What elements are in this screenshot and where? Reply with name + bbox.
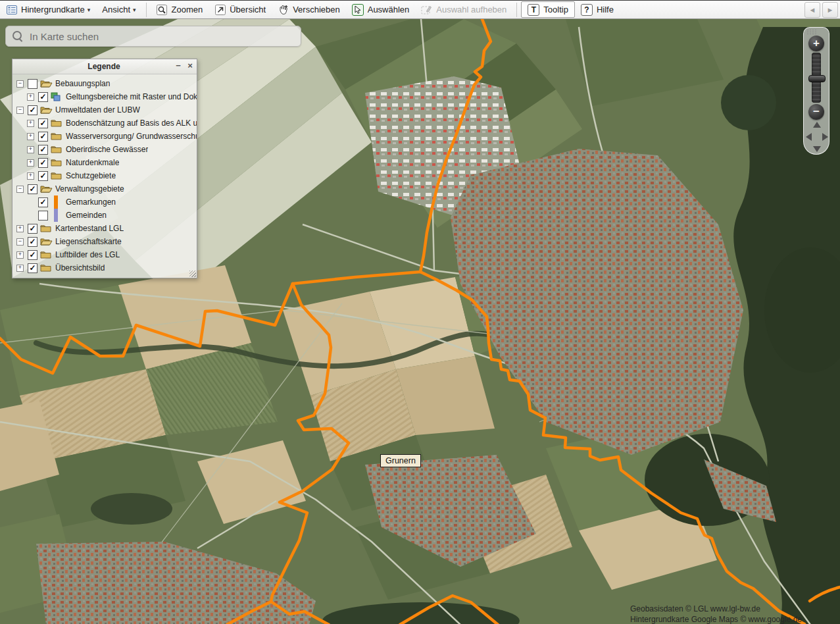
- overview-tool-button[interactable]: Übersicht: [209, 2, 272, 18]
- layer-label[interactable]: Oberirdische Gewässer: [66, 145, 148, 154]
- layer-label[interactable]: Umweltdaten der LUBW: [55, 105, 140, 115]
- search-input[interactable]: [28, 30, 301, 43]
- layer-label[interactable]: Bebauungsplan: [55, 79, 110, 88]
- help-button[interactable]: ? Hilfe: [575, 2, 620, 18]
- zoom-in-button[interactable]: +: [808, 36, 824, 51]
- legend-tree-item: +✓Bodenschätzung auf Basis des ALK und A: [12, 117, 197, 130]
- layer-label[interactable]: Verwaltungsgebiete: [55, 184, 124, 194]
- layer-visibility-checkbox[interactable]: ✓: [38, 171, 48, 181]
- layer-label[interactable]: Gemeinden: [66, 211, 107, 220]
- layer-label[interactable]: Kartenbestand LGL: [55, 224, 124, 233]
- legend-tree-item: −✓Umweltdaten der LUBW: [12, 103, 197, 117]
- toolbar-separator: [516, 3, 517, 17]
- layer-label[interactable]: Bodenschätzung auf Basis des ALK und A: [66, 118, 197, 128]
- folder-icon: [40, 224, 52, 233]
- zoom-slider-handle[interactable]: [808, 75, 826, 82]
- layer-visibility-checkbox[interactable]: ✓: [38, 158, 48, 168]
- layer-visibility-checkbox[interactable]: ✓: [38, 92, 48, 102]
- layer-visibility-checkbox[interactable]: ✓: [38, 145, 48, 155]
- square-purple-icon: [51, 211, 62, 220]
- tooltip-tool-button[interactable]: T Tooltip: [521, 1, 575, 18]
- legend-minimize-button[interactable]: −: [173, 61, 184, 72]
- folder-icon: [51, 118, 62, 128]
- folder-open-icon: [40, 79, 52, 88]
- tree-expand-icon[interactable]: +: [16, 265, 24, 272]
- zoom-out-button[interactable]: −: [808, 104, 824, 120]
- attribution-line-geobasis: Geobasisdaten © LGL www.lgl-bw.de: [630, 604, 840, 615]
- tree-expand-icon[interactable]: +: [27, 172, 34, 180]
- layer-label[interactable]: Wasserversorgung/ Grundwasserschutz: [66, 132, 197, 141]
- pan-left-arrow-icon[interactable]: [806, 133, 812, 141]
- history-back-button[interactable]: ◄: [804, 2, 820, 18]
- layer-visibility-checkbox[interactable]: ✓: [38, 132, 48, 142]
- legend-tree-item: −Bebauungsplan: [12, 77, 197, 90]
- legend-close-button[interactable]: ×: [185, 61, 195, 72]
- square-orange-icon: [51, 197, 62, 207]
- layer-visibility-checkbox[interactable]: ✓: [38, 118, 48, 128]
- layer-label[interactable]: Liegenschaftskarte: [55, 237, 122, 246]
- history-forward-button[interactable]: ►: [822, 2, 838, 18]
- pan-up-arrow-icon[interactable]: [813, 122, 821, 128]
- layer-visibility-checkbox[interactable]: ✓: [28, 184, 37, 194]
- chevron-down-icon: ▾: [87, 7, 91, 13]
- pan-down-arrow-icon[interactable]: [813, 146, 821, 152]
- tree-expand-icon[interactable]: +: [16, 225, 24, 232]
- legend-tree-item: +✓Naturdenkmale: [12, 156, 197, 169]
- select-cursor-icon: [352, 4, 364, 16]
- layers-icon: [51, 92, 62, 101]
- layer-visibility-checkbox[interactable]: ✓: [28, 105, 37, 115]
- layer-visibility-checkbox[interactable]: ✓: [28, 237, 37, 247]
- overview-arrow-icon: [214, 4, 226, 15]
- legend-tree-item: Gemeinden: [12, 209, 197, 222]
- layer-visibility-checkbox[interactable]: ✓: [38, 197, 48, 207]
- tooltip-tool-label: Tooltip: [543, 5, 568, 14]
- legend-tree-item: −✓Verwaltungsgebiete: [12, 182, 197, 195]
- zoom-control-drag-grip[interactable]: [806, 29, 817, 35]
- tree-collapse-icon[interactable]: −: [16, 80, 24, 88]
- legend-resize-grip[interactable]: [189, 271, 196, 277]
- layer-label[interactable]: Schutzgebiete: [66, 171, 116, 180]
- layer-visibility-checkbox[interactable]: [38, 211, 48, 221]
- tree-expand-icon[interactable]: +: [27, 93, 34, 101]
- help-label: Hilfe: [597, 5, 614, 14]
- background-map-menu-button[interactable]: Hintergrundkarte ▾: [0, 2, 96, 18]
- pan-right-arrow-icon[interactable]: [822, 133, 828, 141]
- legend-panel: Legende − × −Bebauungsplan+✓Geltungsbere…: [12, 59, 197, 278]
- layer-visibility-checkbox[interactable]: ✓: [28, 224, 37, 234]
- tree-expand-icon[interactable]: +: [27, 133, 34, 140]
- layer-label[interactable]: Geltungsbereiche mit Raster und Dokume: [66, 92, 197, 101]
- select-tool-button[interactable]: Auswählen: [346, 2, 416, 18]
- tree-expand-icon[interactable]: +: [27, 120, 34, 127]
- layer-visibility-checkbox[interactable]: [28, 79, 37, 89]
- zoom-tool-button[interactable]: Zoomen: [151, 2, 209, 18]
- layer-label[interactable]: Gemarkungen: [66, 197, 116, 207]
- tree-collapse-icon[interactable]: −: [16, 107, 24, 114]
- folder-icon: [51, 171, 62, 180]
- layer-visibility-checkbox[interactable]: ✓: [28, 263, 37, 273]
- pan-direction-pad: [804, 120, 830, 153]
- forward-arrow-icon: ►: [827, 6, 834, 14]
- tree-expand-icon[interactable]: +: [27, 159, 34, 167]
- zoom-slider-track[interactable]: [812, 53, 821, 103]
- layer-label[interactable]: Naturdenkmale: [66, 158, 119, 167]
- layer-visibility-checkbox[interactable]: ✓: [28, 250, 37, 260]
- legend-tree-item: +✓Luftbilder des LGL: [12, 248, 197, 261]
- tree-expand-icon[interactable]: +: [27, 146, 34, 153]
- pan-tool-button[interactable]: Verschieben: [272, 2, 346, 18]
- layer-label[interactable]: Luftbilder des LGL: [55, 250, 120, 259]
- map-application-window: Grunern Geobasisdaten © LGL www.lgl-bw.d…: [0, 0, 840, 624]
- map-search-bar: [5, 26, 301, 47]
- layer-label[interactable]: Übersichtsbild: [55, 263, 105, 273]
- folder-open-icon: [40, 184, 52, 194]
- view-menu-button[interactable]: Ansicht ▾: [96, 2, 141, 18]
- tree-collapse-icon[interactable]: −: [16, 238, 24, 246]
- folder-icon: [40, 263, 52, 273]
- map-zoom-control: + −: [803, 27, 829, 155]
- tree-expand-icon[interactable]: +: [16, 251, 24, 259]
- search-icon: [12, 31, 23, 41]
- legend-tree-item: +✓Übersichtsbild: [12, 261, 197, 274]
- clear-selection-button[interactable]: Auswahl aufheben: [415, 2, 512, 18]
- folder-icon: [51, 145, 62, 154]
- tree-collapse-icon[interactable]: −: [16, 186, 24, 193]
- legend-title-bar[interactable]: Legende − ×: [12, 59, 197, 74]
